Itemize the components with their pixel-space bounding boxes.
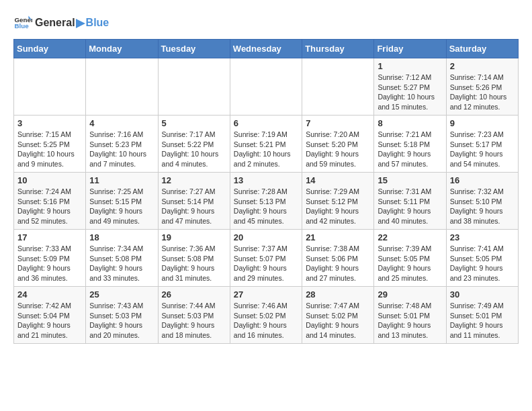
day-detail: Sunrise: 7:38 AM Sunset: 5:06 PM Dayligh… [306,244,370,283]
day-number: 3 [17,118,82,128]
calendar-day-10: 10Sunrise: 7:24 AM Sunset: 5:16 PM Dayli… [14,173,86,230]
day-detail: Sunrise: 7:12 AM Sunset: 5:27 PM Dayligh… [378,73,442,112]
calendar-empty-cell [14,58,86,116]
day-detail: Sunrise: 7:21 AM Sunset: 5:18 PM Dayligh… [378,130,442,169]
day-number: 25 [89,289,154,300]
day-number: 7 [306,118,370,128]
calendar-day-18: 18Sunrise: 7:34 AM Sunset: 5:08 PM Dayli… [86,230,158,287]
weekday-header-tuesday: Tuesday [158,40,230,58]
weekday-header-monday: Monday [86,40,158,58]
day-detail: Sunrise: 7:23 AM Sunset: 5:17 PM Dayligh… [450,130,515,169]
day-number: 16 [450,175,515,185]
day-detail: Sunrise: 7:37 AM Sunset: 5:07 PM Dayligh… [234,244,298,283]
day-detail: Sunrise: 7:27 AM Sunset: 5:14 PM Dayligh… [162,187,226,226]
day-number: 26 [162,289,226,300]
calendar-day-26: 26Sunrise: 7:44 AM Sunset: 5:03 PM Dayli… [158,287,230,344]
weekday-header-row: SundayMondayTuesdayWednesdayThursdayFrid… [14,40,519,58]
calendar-day-2: 2Sunrise: 7:14 AM Sunset: 5:26 PM Daylig… [446,58,518,116]
calendar-day-8: 8Sunrise: 7:21 AM Sunset: 5:18 PM Daylig… [374,116,446,173]
day-number: 17 [17,232,82,242]
day-number: 30 [450,289,515,300]
day-detail: Sunrise: 7:42 AM Sunset: 5:04 PM Dayligh… [17,301,82,340]
day-detail: Sunrise: 7:41 AM Sunset: 5:05 PM Dayligh… [450,244,515,283]
day-detail: Sunrise: 7:25 AM Sunset: 5:15 PM Dayligh… [89,187,154,226]
day-number: 12 [162,175,226,185]
day-detail: Sunrise: 7:47 AM Sunset: 5:02 PM Dayligh… [306,301,370,340]
day-number: 1 [378,61,442,71]
day-detail: Sunrise: 7:49 AM Sunset: 5:01 PM Dayligh… [450,301,515,340]
day-detail: Sunrise: 7:31 AM Sunset: 5:11 PM Dayligh… [378,187,442,226]
day-number: 5 [162,118,226,128]
weekday-header-saturday: Saturday [446,40,518,58]
calendar-day-9: 9Sunrise: 7:23 AM Sunset: 5:17 PM Daylig… [446,116,518,173]
day-detail: Sunrise: 7:46 AM Sunset: 5:02 PM Dayligh… [234,301,298,340]
calendar-empty-cell [86,58,158,116]
svg-marker-3 [76,19,85,28]
day-number: 9 [450,118,515,128]
weekday-header-wednesday: Wednesday [230,40,302,58]
calendar-day-12: 12Sunrise: 7:27 AM Sunset: 5:14 PM Dayli… [158,173,230,230]
day-number: 6 [234,118,298,128]
day-number: 20 [234,232,298,242]
day-number: 29 [378,289,442,300]
calendar-day-13: 13Sunrise: 7:28 AM Sunset: 5:13 PM Dayli… [230,173,302,230]
day-number: 14 [306,175,370,185]
logo: General Blue GeneralBlue [13,13,109,32]
day-number: 22 [378,232,442,242]
calendar-day-3: 3Sunrise: 7:15 AM Sunset: 5:25 PM Daylig… [14,116,86,173]
calendar-day-25: 25Sunrise: 7:43 AM Sunset: 5:03 PM Dayli… [86,287,158,344]
calendar-day-21: 21Sunrise: 7:38 AM Sunset: 5:06 PM Dayli… [302,230,374,287]
calendar-day-28: 28Sunrise: 7:47 AM Sunset: 5:02 PM Dayli… [302,287,374,344]
day-number: 24 [17,289,82,300]
day-number: 23 [450,232,515,242]
calendar-day-1: 1Sunrise: 7:12 AM Sunset: 5:27 PM Daylig… [374,58,446,116]
logo-icon: General Blue [13,13,32,32]
calendar-week-row: 17Sunrise: 7:33 AM Sunset: 5:09 PM Dayli… [14,230,519,287]
calendar-day-23: 23Sunrise: 7:41 AM Sunset: 5:05 PM Dayli… [446,230,518,287]
day-number: 8 [378,118,442,128]
calendar-day-7: 7Sunrise: 7:20 AM Sunset: 5:20 PM Daylig… [302,116,374,173]
day-detail: Sunrise: 7:19 AM Sunset: 5:21 PM Dayligh… [234,130,298,169]
calendar-day-27: 27Sunrise: 7:46 AM Sunset: 5:02 PM Dayli… [230,287,302,344]
weekday-header-friday: Friday [374,40,446,58]
day-detail: Sunrise: 7:48 AM Sunset: 5:01 PM Dayligh… [378,301,442,340]
calendar-empty-cell [302,58,374,116]
day-number: 27 [234,289,298,300]
calendar-day-6: 6Sunrise: 7:19 AM Sunset: 5:21 PM Daylig… [230,116,302,173]
day-detail: Sunrise: 7:16 AM Sunset: 5:23 PM Dayligh… [89,130,154,169]
day-detail: Sunrise: 7:33 AM Sunset: 5:09 PM Dayligh… [17,244,82,283]
day-detail: Sunrise: 7:20 AM Sunset: 5:20 PM Dayligh… [306,130,370,169]
weekday-header-thursday: Thursday [302,40,374,58]
calendar-table: SundayMondayTuesdayWednesdayThursdayFrid… [13,39,519,344]
day-detail: Sunrise: 7:15 AM Sunset: 5:25 PM Dayligh… [17,130,82,169]
svg-text:Blue: Blue [14,22,29,30]
day-detail: Sunrise: 7:32 AM Sunset: 5:10 PM Dayligh… [450,187,515,226]
calendar-day-11: 11Sunrise: 7:25 AM Sunset: 5:15 PM Dayli… [86,173,158,230]
calendar-day-30: 30Sunrise: 7:49 AM Sunset: 5:01 PM Dayli… [446,287,518,344]
day-number: 13 [234,175,298,185]
day-detail: Sunrise: 7:44 AM Sunset: 5:03 PM Dayligh… [162,301,226,340]
calendar-day-20: 20Sunrise: 7:37 AM Sunset: 5:07 PM Dayli… [230,230,302,287]
calendar-day-16: 16Sunrise: 7:32 AM Sunset: 5:10 PM Dayli… [446,173,518,230]
calendar-week-row: 24Sunrise: 7:42 AM Sunset: 5:04 PM Dayli… [14,287,519,344]
day-detail: Sunrise: 7:29 AM Sunset: 5:12 PM Dayligh… [306,187,370,226]
header: General Blue GeneralBlue [13,13,519,32]
day-number: 19 [162,232,226,242]
calendar-week-row: 1Sunrise: 7:12 AM Sunset: 5:27 PM Daylig… [14,58,519,116]
calendar-day-5: 5Sunrise: 7:17 AM Sunset: 5:22 PM Daylig… [158,116,230,173]
day-detail: Sunrise: 7:28 AM Sunset: 5:13 PM Dayligh… [234,187,298,226]
calendar-week-row: 3Sunrise: 7:15 AM Sunset: 5:25 PM Daylig… [14,116,519,173]
calendar-day-4: 4Sunrise: 7:16 AM Sunset: 5:23 PM Daylig… [86,116,158,173]
calendar-empty-cell [158,58,230,116]
day-detail: Sunrise: 7:17 AM Sunset: 5:22 PM Dayligh… [162,130,226,169]
day-detail: Sunrise: 7:24 AM Sunset: 5:16 PM Dayligh… [17,187,82,226]
calendar-day-22: 22Sunrise: 7:39 AM Sunset: 5:05 PM Dayli… [374,230,446,287]
day-number: 28 [306,289,370,300]
day-number: 18 [89,232,154,242]
day-number: 11 [89,175,154,185]
day-number: 2 [450,61,515,71]
calendar-empty-cell [230,58,302,116]
day-number: 4 [89,118,154,128]
day-detail: Sunrise: 7:36 AM Sunset: 5:08 PM Dayligh… [162,244,226,283]
day-number: 10 [17,175,82,185]
